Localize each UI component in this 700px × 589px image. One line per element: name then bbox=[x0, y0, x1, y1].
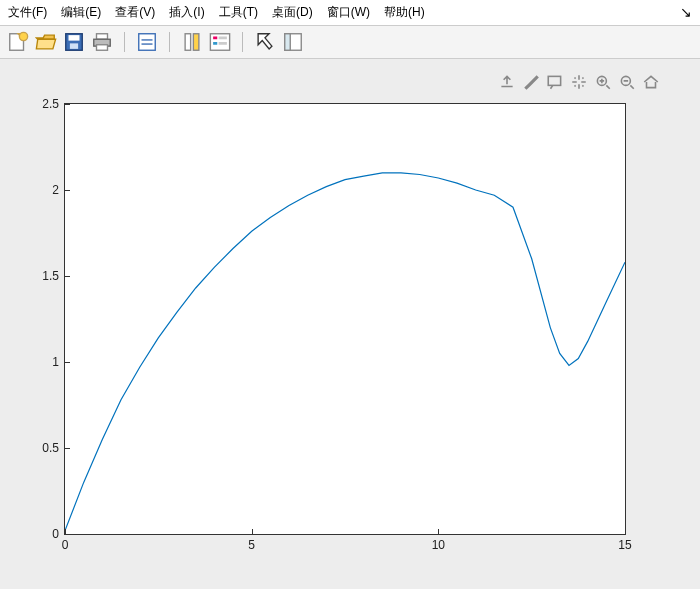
x-tick-label: 0 bbox=[62, 534, 69, 552]
toolbar bbox=[0, 26, 700, 59]
svg-rect-15 bbox=[213, 37, 217, 40]
menu-tools[interactable]: 工具(T) bbox=[219, 4, 258, 21]
svg-rect-9 bbox=[139, 34, 156, 51]
zoom-out-icon[interactable] bbox=[618, 73, 636, 94]
menu-view[interactable]: 查看(V) bbox=[115, 4, 155, 21]
x-tick-label: 15 bbox=[618, 534, 631, 552]
zoom-in-icon[interactable] bbox=[594, 73, 612, 94]
svg-rect-20 bbox=[285, 34, 291, 51]
svg-rect-4 bbox=[69, 35, 80, 41]
brush-icon[interactable] bbox=[522, 73, 540, 94]
insert-colorbar-button[interactable] bbox=[180, 30, 204, 54]
toolbar-separator bbox=[124, 32, 125, 52]
toolbar-separator bbox=[169, 32, 170, 52]
datatips-icon[interactable] bbox=[546, 73, 564, 94]
link-axes-button[interactable] bbox=[135, 30, 159, 54]
svg-rect-11 bbox=[142, 43, 153, 44]
open-button[interactable] bbox=[34, 30, 58, 54]
toolbar-separator bbox=[242, 32, 243, 52]
menu-file[interactable]: 文件(F) bbox=[8, 4, 47, 21]
export-icon[interactable] bbox=[498, 73, 516, 94]
svg-rect-6 bbox=[97, 34, 108, 40]
x-tick-label: 10 bbox=[432, 534, 445, 552]
svg-rect-8 bbox=[97, 45, 108, 51]
axes-toolbar bbox=[498, 73, 660, 94]
y-tick-label: 2 bbox=[52, 183, 65, 197]
menu-window[interactable]: 窗口(W) bbox=[327, 4, 370, 21]
menu-insert[interactable]: 插入(I) bbox=[169, 4, 204, 21]
menu-help[interactable]: 帮助(H) bbox=[384, 4, 425, 21]
svg-rect-10 bbox=[142, 39, 153, 40]
save-button[interactable] bbox=[62, 30, 86, 54]
plot-tools-button[interactable] bbox=[281, 30, 305, 54]
svg-rect-18 bbox=[219, 42, 227, 45]
home-icon[interactable] bbox=[642, 73, 660, 94]
svg-rect-12 bbox=[185, 34, 191, 51]
print-button[interactable] bbox=[90, 30, 114, 54]
menu-edit[interactable]: 编辑(E) bbox=[61, 4, 101, 21]
svg-point-2 bbox=[19, 32, 27, 40]
svg-rect-16 bbox=[213, 42, 217, 45]
svg-rect-17 bbox=[219, 37, 227, 40]
axes[interactable]: 00.511.522.5051015 bbox=[64, 103, 626, 535]
svg-rect-5 bbox=[70, 43, 78, 49]
svg-rect-21 bbox=[548, 76, 560, 85]
figure-area: 00.511.522.5051015 bbox=[0, 59, 700, 589]
menu-desktop[interactable]: 桌面(D) bbox=[272, 4, 313, 21]
y-tick-label: 0.5 bbox=[42, 441, 65, 455]
new-figure-button[interactable] bbox=[6, 30, 30, 54]
pan-icon[interactable] bbox=[570, 73, 588, 94]
plot-line bbox=[65, 104, 625, 534]
svg-rect-13 bbox=[193, 34, 199, 51]
insert-legend-button[interactable] bbox=[208, 30, 232, 54]
menu-bar: 文件(F) 编辑(E) 查看(V) 插入(I) 工具(T) 桌面(D) 窗口(W… bbox=[0, 0, 700, 26]
y-tick-label: 2.5 bbox=[42, 97, 65, 111]
edit-plot-button[interactable] bbox=[253, 30, 277, 54]
dock-arrow-icon[interactable]: ↘ bbox=[680, 4, 692, 20]
x-tick-label: 5 bbox=[248, 534, 255, 552]
y-tick-label: 1.5 bbox=[42, 269, 65, 283]
y-tick-label: 1 bbox=[52, 355, 65, 369]
